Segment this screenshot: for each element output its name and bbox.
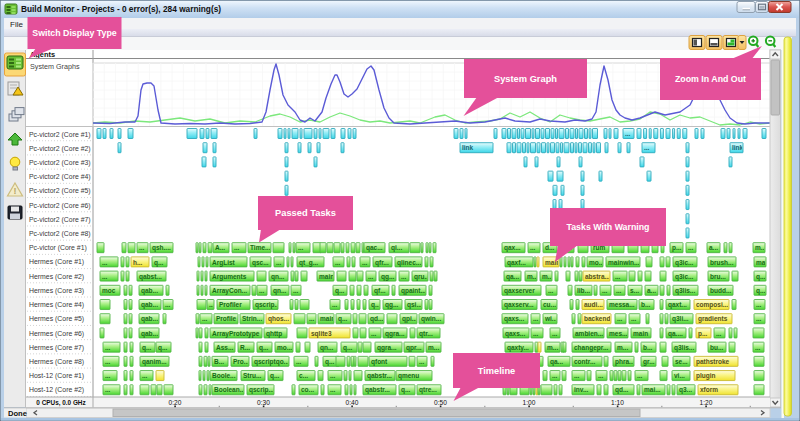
svg-text:Arguments: Arguments (212, 273, 247, 281)
svg-text:ambien...: ambien... (575, 330, 603, 337)
svg-text:Strin...: Strin... (242, 315, 262, 322)
svg-text:qscrip...: qscrip... (255, 301, 280, 309)
svg-text:...: ... (105, 372, 111, 379)
svg-text:brush...: brush... (710, 259, 734, 266)
svg-text:Hermes (Core #7): Hermes (Core #7) (29, 344, 84, 352)
svg-text:gr...: gr... (643, 358, 655, 366)
svg-text:qaxserv...: qaxserv... (504, 301, 534, 309)
svg-text:q...: q... (335, 287, 345, 295)
svg-text:q...: q... (338, 315, 348, 323)
svg-text:qpr...: qpr... (406, 344, 422, 352)
svg-text:h...: h... (133, 259, 143, 266)
svg-text:qhttp: qhttp (266, 330, 282, 338)
svg-text:mes...: mes... (609, 330, 628, 337)
svg-text:1:10: 1:10 (611, 399, 624, 406)
svg-text:inv...: inv... (574, 386, 589, 393)
svg-text:bru...: bru... (710, 273, 726, 280)
svg-text:System Graph: System Graph (494, 74, 557, 84)
svg-text:...: ... (756, 315, 762, 322)
svg-text:Pc-victor2 (Core #3): Pc-victor2 (Core #3) (29, 159, 91, 167)
svg-text:...: ... (362, 259, 368, 266)
svg-text:0:40: 0:40 (346, 399, 359, 406)
svg-text:abstra...: abstra... (585, 273, 610, 280)
svg-text:0 CPUs, 0.0 GHz: 0 CPUs, 0.0 GHz (36, 399, 85, 407)
svg-text:...: ... (615, 273, 621, 280)
svg-text:Build Monitor - Projects - 0 e: Build Monitor - Projects - 0 error(s), 2… (21, 4, 221, 14)
svg-text:...: ... (105, 386, 111, 393)
svg-text:qtr...: qtr... (419, 330, 433, 338)
svg-text:qa...: qa... (550, 358, 563, 366)
svg-text:Ass...: Ass... (216, 344, 234, 351)
svg-text:plugin: plugin (696, 372, 716, 380)
svg-text:...: ... (598, 372, 604, 379)
svg-text:backend: backend (584, 315, 610, 322)
svg-text:qab...: qab... (141, 301, 158, 309)
svg-text:...: ... (330, 372, 336, 379)
svg-text:Host-12 (Core #1): Host-12 (Core #1) (29, 372, 84, 380)
svg-text:Pc-victor2 (Core #1): Pc-victor2 (Core #1) (29, 131, 91, 139)
svg-text:qn...: qn... (273, 287, 287, 295)
svg-text:...: ... (533, 330, 539, 337)
svg-text:a...: a... (647, 287, 656, 294)
svg-text:Passed Tasks: Passed Tasks (275, 208, 336, 218)
svg-text:Timeline: Timeline (478, 366, 516, 376)
svg-text:qn...: qn... (320, 344, 334, 352)
svg-text:0:30: 0:30 (257, 399, 270, 406)
svg-text:...: ... (102, 259, 108, 266)
svg-text:qsh....: qsh.... (152, 244, 171, 252)
svg-text:ArgList: ArgList (212, 259, 236, 267)
svg-text:c...: c... (299, 372, 308, 379)
svg-text:vi...: vi... (674, 372, 685, 379)
svg-text:qax...: qax... (504, 244, 521, 252)
svg-text:1:20: 1:20 (700, 399, 713, 406)
svg-text:...: ... (552, 330, 558, 337)
svg-text:bu...: bu... (710, 344, 724, 351)
svg-text:Pc-victor (Core #1): Pc-victor (Core #1) (29, 244, 87, 252)
svg-text:Stru...: Stru... (243, 372, 262, 379)
svg-text:Hermes (Core #8): Hermes (Core #8) (29, 358, 84, 366)
svg-text:...: ... (548, 287, 554, 294)
svg-text:File: File (10, 20, 23, 29)
svg-text:qn...: qn... (271, 273, 285, 281)
svg-text:wi...: wi... (544, 315, 557, 322)
svg-text:qa...: qa... (506, 273, 519, 281)
svg-text:gradients: gradients (698, 315, 728, 323)
svg-text:...: ... (276, 259, 282, 266)
svg-text:link: link (462, 144, 474, 151)
svg-text:...: ... (368, 273, 374, 280)
svg-text:ArrayPrototype: ArrayPrototype (212, 330, 260, 338)
svg-text:...: ... (139, 244, 145, 251)
svg-text:...: ... (755, 344, 761, 351)
svg-text:mo...: mo... (277, 344, 292, 351)
svg-text:qab...: qab... (141, 315, 158, 323)
svg-text:...: ... (530, 244, 536, 251)
svg-text:...: ... (688, 244, 694, 251)
svg-text:q3ic...: q3ic... (675, 273, 694, 281)
svg-text:qtre...: qtre... (419, 386, 437, 394)
svg-text:qscriptqo...: qscriptqo... (254, 358, 289, 366)
svg-text:...: ... (533, 315, 539, 322)
svg-text:...: ... (419, 358, 425, 365)
svg-text:qfr...: qfr... (375, 259, 389, 267)
svg-text:Profiler: Profiler (219, 301, 242, 308)
svg-text:main: main (633, 330, 648, 337)
svg-text:...: ... (401, 273, 407, 280)
svg-text:Hermes (Core #2): Hermes (Core #2) (29, 273, 84, 281)
svg-text:Pro...: Pro... (233, 358, 249, 365)
svg-text:qscrip...: qscrip... (249, 386, 274, 394)
svg-text:qg...: qg... (385, 301, 399, 309)
svg-text:m...: m... (617, 344, 628, 351)
svg-text:q...: q... (142, 344, 152, 352)
svg-text:qpi...: qpi... (402, 315, 417, 323)
svg-text:...: ... (371, 330, 377, 337)
svg-text:...: ... (105, 344, 111, 351)
svg-text:...: ... (293, 287, 299, 294)
svg-text:Pc-victor2 (Core #4): Pc-victor2 (Core #4) (29, 173, 91, 181)
svg-text:mainwin...: mainwin... (608, 259, 640, 266)
svg-text:...: ... (552, 372, 558, 379)
svg-text:System Graphs: System Graphs (30, 62, 80, 71)
svg-text:Tasks With Warning: Tasks With Warning (566, 222, 649, 232)
svg-text:xform: xform (700, 386, 718, 393)
svg-text:qabstr...: qabstr... (365, 386, 390, 394)
svg-text:pathstroke: pathstroke (696, 358, 730, 366)
